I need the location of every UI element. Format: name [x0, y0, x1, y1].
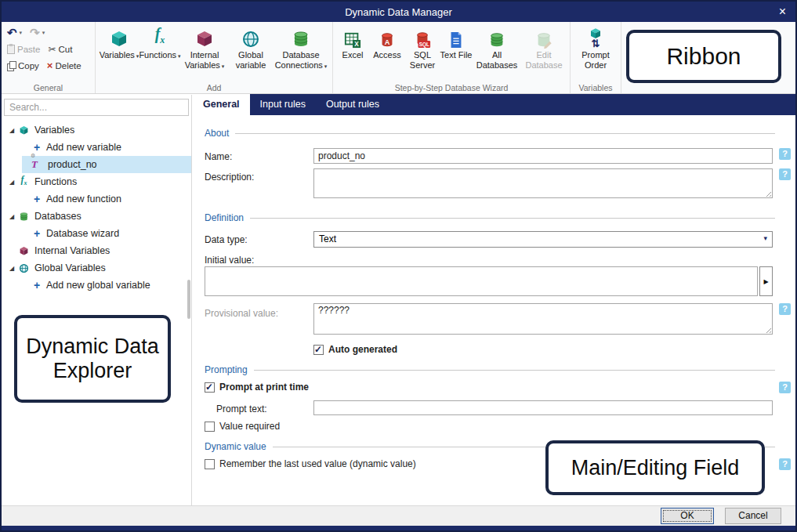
ribbon-group-add: Variables▾ fx Functions▾ Internal Variab…: [96, 22, 333, 93]
variables-button[interactable]: Variables▾: [99, 24, 139, 81]
tab-general[interactable]: General: [193, 94, 250, 115]
section-about: About: [205, 128, 775, 139]
prompt-text-field[interactable]: [313, 400, 773, 415]
close-icon[interactable]: ×: [779, 4, 786, 20]
checkbox-icon: [205, 382, 215, 393]
variables-label: Variables: [100, 50, 135, 60]
help-icon[interactable]: ?: [779, 382, 791, 393]
help-icon[interactable]: ?: [779, 458, 791, 470]
paste-button[interactable]: Paste: [5, 44, 42, 55]
undo-button[interactable]: ↶▾: [5, 25, 24, 41]
prompt-at-print-time-label: Prompt at print time: [219, 382, 309, 393]
copy-button[interactable]: Copy: [5, 60, 42, 71]
chevron-down-icon: ▾: [324, 63, 328, 69]
redo-icon: ↷: [30, 26, 40, 40]
tree-label: Add new global variable: [46, 280, 150, 291]
value-required-checkbox[interactable]: Value required: [205, 421, 280, 432]
data-type-dropdown[interactable]: Text ▾: [313, 231, 773, 248]
global-variable-button[interactable]: Global variable: [229, 24, 273, 81]
copy-label: Copy: [18, 61, 39, 71]
tree-node-internal-variables[interactable]: Internal Variables: [2, 242, 191, 259]
sql-server-button[interactable]: SQL SQL Server: [405, 24, 440, 81]
tree-item-product-no[interactable]: ⚙T product_no: [22, 156, 191, 173]
chevron-down-icon: ▾: [20, 30, 23, 36]
search-input[interactable]: [4, 99, 189, 116]
ok-button[interactable]: OK: [661, 508, 714, 524]
tree-node-global-variables[interactable]: ◢ Global Variables: [2, 259, 191, 277]
globe-icon: [241, 27, 260, 49]
window-title: Dynamic Data Manager: [345, 6, 452, 18]
initial-value-field[interactable]: [205, 266, 758, 296]
checkbox-icon: [313, 345, 324, 355]
prompt-at-print-time-checkbox[interactable]: Prompt at print time: [205, 382, 309, 393]
sidebar-scrollbar[interactable]: [187, 280, 190, 319]
auto-generated-label: Auto generated: [328, 344, 397, 355]
internal-variables-button[interactable]: Internal Variables▾: [180, 24, 229, 81]
tab-input-rules[interactable]: Input rules: [250, 94, 316, 115]
annotation-ribbon: Ribbon: [626, 30, 781, 83]
help-icon[interactable]: ?: [779, 303, 791, 315]
delete-button[interactable]: ×Delete: [45, 59, 84, 72]
plus-icon: +: [31, 279, 42, 291]
text-file-label: Text File: [440, 50, 473, 60]
provisional-value-field[interactable]: ??????: [313, 303, 773, 335]
prompt-order-icon: ⇅: [589, 27, 602, 49]
annotation-main-editing-field: Main/Editing Field: [545, 440, 765, 495]
tree-action-database-wizard[interactable]: + Database wizard: [2, 225, 191, 242]
all-databases-label: All Databases: [476, 50, 518, 70]
data-type-value: Text: [319, 233, 336, 244]
initial-value-expand-button[interactable]: ▶: [759, 266, 773, 296]
name-field[interactable]: [313, 148, 773, 164]
remember-last-value-checkbox[interactable]: Remember the last used value (dynamic va…: [205, 458, 416, 469]
undo-icon: ↶: [7, 26, 17, 40]
all-databases-icon: [488, 27, 505, 49]
tree-label: Database wizard: [46, 228, 119, 239]
tree-node-databases[interactable]: ◢ Databases: [2, 208, 191, 225]
all-databases-button[interactable]: All Databases: [473, 24, 521, 81]
expand-arrow-icon[interactable]: ◢: [6, 127, 17, 134]
sql-server-icon: SQL: [414, 27, 431, 49]
data-type-label: Data type:: [205, 234, 248, 245]
description-field[interactable]: [313, 168, 773, 198]
ribbon-group-general: ↶▾ ↷▾ Paste ✂Cut Copy ×Delete General: [2, 22, 96, 93]
access-button[interactable]: A Access: [369, 24, 405, 81]
internal-variables-label: Internal Variables: [185, 50, 220, 70]
bottom-strip: [2, 526, 795, 530]
cut-button[interactable]: ✂Cut: [45, 43, 74, 56]
expand-arrow-icon[interactable]: ◢: [6, 179, 17, 186]
ribbon-group-label-wizard: Step-by-Step Database Wizard: [333, 83, 570, 92]
help-icon[interactable]: ?: [779, 148, 791, 160]
auto-generated-checkbox[interactable]: Auto generated: [313, 344, 397, 355]
ribbon-group-label-add: Add: [96, 83, 332, 92]
edit-database-button[interactable]: Edit Database: [521, 24, 567, 81]
database-icon: [292, 27, 310, 49]
internal-variables-cube-icon: [195, 27, 214, 49]
dynamic-data-manager-window: Dynamic Data Manager × ↶▾ ↷▾ Paste ✂Cut …: [0, 0, 797, 532]
redo-button[interactable]: ↷▾: [27, 25, 47, 41]
tree-action-add-new-function[interactable]: + Add new function: [2, 190, 191, 208]
variables-cube-icon: [110, 27, 129, 49]
expand-arrow-icon[interactable]: ◢: [6, 265, 17, 272]
tree-label: Variables: [34, 125, 74, 136]
scissors-icon: ✂: [48, 44, 56, 55]
excel-button[interactable]: X Excel: [336, 24, 369, 81]
functions-button[interactable]: fx Functions▾: [139, 24, 180, 81]
prompt-order-button[interactable]: ⇅ Prompt Order: [574, 24, 618, 81]
prompt-text-label: Prompt text:: [216, 404, 267, 414]
plus-icon: +: [31, 193, 42, 205]
help-icon[interactable]: ?: [779, 168, 791, 180]
expand-arrow-icon[interactable]: ◢: [6, 213, 17, 220]
tree-label: Global Variables: [34, 262, 106, 273]
paste-icon: [7, 45, 15, 54]
play-icon: ▶: [763, 278, 768, 285]
svg-text:A: A: [385, 38, 390, 46]
section-prompting: Prompting: [205, 364, 775, 375]
tree-action-add-new-global-variable[interactable]: + Add new global variable: [2, 277, 191, 294]
text-file-button[interactable]: Text File: [440, 24, 473, 81]
tree-node-functions[interactable]: ◢ fx Functions: [2, 173, 191, 190]
database-connections-button[interactable]: Database Connections▾: [273, 24, 329, 81]
tab-output-rules[interactable]: Output rules: [316, 94, 389, 115]
tree-node-variables[interactable]: ◢ Variables: [2, 121, 191, 139]
cancel-button[interactable]: Cancel: [725, 508, 781, 524]
database-icon: [17, 212, 31, 222]
